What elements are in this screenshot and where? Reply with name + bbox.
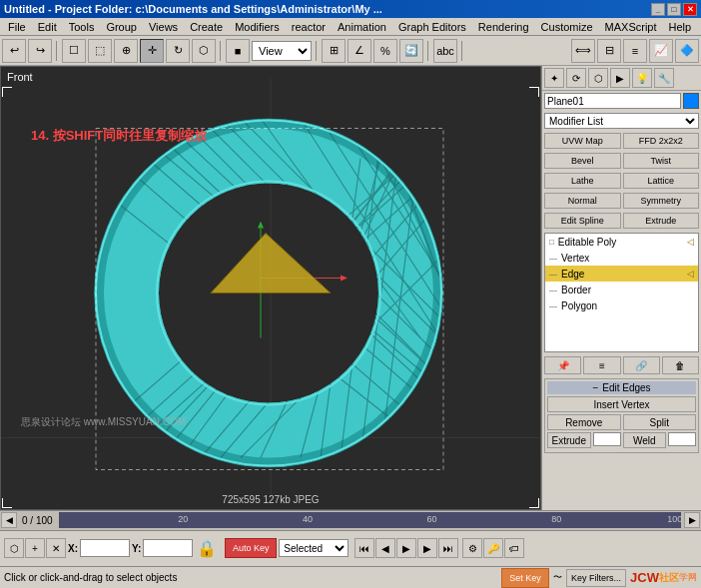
menu-graph-editors[interactable]: Graph Editors [392,20,472,34]
symmetry-button[interactable]: Symmetry [623,193,700,209]
undo-button[interactable]: ↩ [2,39,26,63]
lattice-button[interactable]: Lattice [623,173,700,189]
toggle-button-2[interactable]: + [25,538,45,558]
motion-tab[interactable]: ▶ [610,68,630,88]
maximize-button[interactable]: □ [667,3,681,16]
stack-item-polygon[interactable]: — Polygon [545,297,698,313]
menu-maxscript[interactable]: MAXScript [599,20,663,34]
extrude-button[interactable]: Extrude [623,213,700,229]
spinner-snap[interactable]: 🔄 [399,39,423,63]
view-button-square[interactable]: ■ [226,39,250,63]
named-selection[interactable]: abc [433,39,457,63]
schematic-view-button[interactable]: 🔷 [675,39,699,63]
redo-button[interactable]: ↪ [28,39,52,63]
menu-reactor[interactable]: reactor [286,20,332,34]
stack-item-editable-poly[interactable]: □ Editable Poly ◁ [545,234,698,250]
scale-button[interactable]: ⬡ [192,39,216,63]
timeline-right-button[interactable]: ▶ [684,512,700,528]
curve-editor-button[interactable]: 📈 [649,39,673,63]
timeline-track[interactable]: 20 40 60 80 100 [59,512,681,528]
x-coord-input[interactable] [80,539,130,557]
split-button[interactable]: Split [623,414,697,430]
create-tab[interactable]: ✦ [544,68,564,88]
auto-key-button[interactable]: Auto Key [225,538,277,558]
object-name-input[interactable] [544,93,681,109]
selected-filter-dropdown[interactable]: Selected [279,539,349,557]
make-unique-button[interactable]: 🔗 [623,356,660,374]
timeline-bar[interactable]: ◀ 0 / 100 20 40 60 80 100 ▶ [0,511,701,531]
insert-vertex-button[interactable]: Insert Vertex [547,396,696,412]
menu-customize[interactable]: Customize [535,20,599,34]
title-bar-controls[interactable]: _ □ ✕ [651,3,697,16]
stack-arrow-icon: ◁ [687,237,694,247]
menu-rendering[interactable]: Rendering [472,20,535,34]
modifier-list-dropdown[interactable]: Modifier List [544,113,699,129]
pin-stack-button[interactable]: 📌 [544,356,581,374]
modifier-stack[interactable]: □ Editable Poly ◁ — Vertex — Edge ◁ — Bo… [544,233,699,352]
select-region-button[interactable]: ⬚ [88,39,112,63]
layer-button[interactable]: ≡ [623,39,647,63]
menu-help[interactable]: Help [663,20,698,34]
weld-button[interactable]: Weld [623,432,667,448]
menu-views[interactable]: Views [143,20,184,34]
set-key-button[interactable]: Set Key [501,568,549,588]
modify-tab[interactable]: ⟳ [566,68,586,88]
transform-type-in-button[interactable]: ⬡ [4,538,24,558]
lathe-button[interactable]: Lathe [544,173,621,189]
ffd-button[interactable]: FFD 2x2x2 [623,133,700,149]
close-button[interactable]: ✕ [683,3,697,16]
timeline-left-button[interactable]: ◀ [1,512,17,528]
menu-group[interactable]: Group [100,20,143,34]
play-button[interactable]: ▶ [396,538,416,558]
bevel-button[interactable]: Bevel [544,153,621,169]
minimize-button[interactable]: _ [651,3,665,16]
hierarchy-tab[interactable]: ⬡ [588,68,608,88]
uvw-map-button[interactable]: UVW Map [544,133,621,149]
viewport[interactable]: Front [0,66,541,510]
weld-value-input[interactable] [668,432,696,446]
mirror-button[interactable]: ⟺ [571,39,595,63]
menu-edit[interactable]: Edit [32,20,63,34]
object-color-swatch[interactable] [683,93,699,109]
view-dropdown[interactable]: View [252,41,312,61]
move-button[interactable]: ✛ [140,39,164,63]
remove-button[interactable]: Remove [547,414,621,430]
menu-animation[interactable]: Animation [332,20,392,34]
next-frame-button[interactable]: ▶ [417,538,437,558]
stack-item-edge[interactable]: — Edge ◁ [545,266,698,282]
percent-snap[interactable]: % [373,39,397,63]
utilities-tab[interactable]: 🔧 [654,68,674,88]
snap-toggle[interactable]: ⊞ [322,39,346,63]
display-tab[interactable]: 💡 [632,68,652,88]
viewport-corner-tl [2,87,12,97]
angle-snap[interactable]: ∠ [348,39,371,63]
rotate-button[interactable]: ↻ [166,39,190,63]
delete-key-button[interactable]: ✕ [46,538,66,558]
go-to-start-button[interactable]: ⏮ [354,538,374,558]
key-mode-toggle[interactable]: 🔑 [483,538,503,558]
edit-spline-button[interactable]: Edit Spline [544,213,621,229]
select-object-button[interactable]: ☐ [62,39,86,63]
twist-button[interactable]: Twist [623,153,700,169]
select-filter-button[interactable]: ⊕ [114,39,138,63]
menu-file[interactable]: File [2,20,32,34]
extrude-edges-button[interactable]: Extrude [547,432,591,448]
edit-edges-panel: − Edit Edges Insert Vertex Remove Split … [544,378,699,453]
stack-item-border[interactable]: — Border [545,282,698,297]
time-config-button[interactable]: ⚙ [462,538,482,558]
stack-item-vertex[interactable]: — Vertex [545,250,698,266]
menu-modifiers[interactable]: Modifiers [229,20,286,34]
y-coord-input[interactable] [143,539,193,557]
extrude-value-input[interactable] [593,432,621,446]
show-all-button[interactable]: ≡ [583,356,620,374]
menu-tools[interactable]: Tools [63,20,101,34]
key-filters-button[interactable]: Key Filters... [566,569,626,587]
go-to-end-button[interactable]: ⏭ [438,538,458,558]
align-button[interactable]: ⊟ [597,39,621,63]
prev-frame-button[interactable]: ◀ [375,538,395,558]
mod-btn-row-1: UVW Map FFD 2x2x2 [544,133,699,149]
normal-button[interactable]: Normal [544,193,621,209]
remove-modifier-button[interactable]: 🗑 [662,356,699,374]
time-tag-button[interactable]: 🏷 [504,538,524,558]
menu-create[interactable]: Create [184,20,229,34]
